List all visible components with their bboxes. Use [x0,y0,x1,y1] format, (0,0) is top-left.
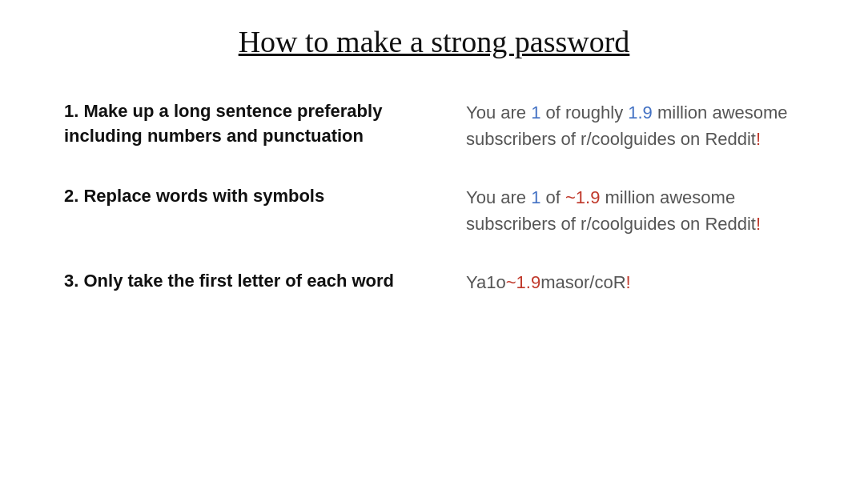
step-3-right: Ya1o~1.9masor/coR! [434,261,820,319]
step-3-right-text-2: masor/coR [540,272,625,292]
step-1-number: 1. [64,101,83,121]
step-2-number: 2. [64,186,83,206]
step-2-right-text-2: of [540,187,565,207]
step-2-text: Replace words with symbols [83,186,324,206]
step-3-number: 3. [64,271,83,291]
content-grid: 1. Make up a long sentence preferably in… [48,91,820,319]
step-3-text: Only take the first letter of each word [83,271,394,291]
step-2-left: 2. Replace words with symbols [48,176,434,261]
step-2-right-text-1: You are [466,187,531,207]
step-1-left: 1. Make up a long sentence preferably in… [48,91,434,176]
page-title: How to make a strong password [48,24,820,59]
step-3-left: 3. Only take the first letter of each wo… [48,261,434,319]
step-2-right: You are 1 of ~1.9 million awesome subscr… [434,176,820,261]
step-1-right-text-2: of roughly [540,102,628,122]
step-1-right-text-1: You are [466,102,531,122]
step-1-text: Make up a long sentence preferably inclu… [64,101,382,146]
step-3-right-text-1: Ya1o [466,272,506,292]
step-1-red-1: ! [756,129,761,149]
step-1-blue-1: 1 [531,102,540,122]
step-2-red-2: ! [756,214,761,234]
step-3-red-2: ! [626,272,631,292]
step-2-red-1: ~1.9 [565,187,600,207]
title-container: How to make a strong password [48,24,820,59]
step-2-blue-1: 1 [531,187,540,207]
step-1-right: You are 1 of roughly 1.9 million awesome… [434,91,820,176]
step-1-blue-2: 1.9 [628,102,653,122]
step-3-red-1: ~1.9 [506,272,540,292]
